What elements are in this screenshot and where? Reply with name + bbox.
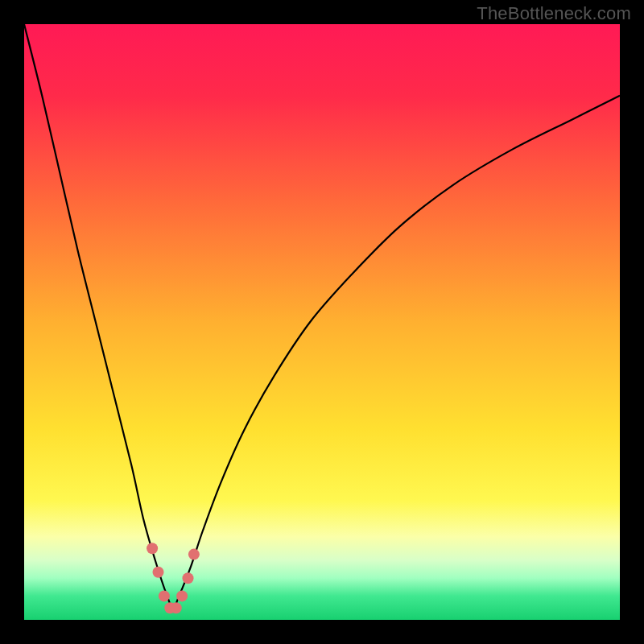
marker-point xyxy=(147,543,158,554)
chart-frame: TheBottleneck.com xyxy=(0,0,644,644)
marker-point xyxy=(176,590,188,601)
marker-point xyxy=(171,602,182,613)
marker-point xyxy=(183,572,194,584)
watermark-text: TheBottleneck.com xyxy=(477,3,631,24)
marker-point xyxy=(153,567,164,578)
near-optimum-markers xyxy=(147,543,200,613)
bottleneck-curve xyxy=(24,24,620,608)
marker-point xyxy=(159,590,170,601)
plot-area xyxy=(24,24,620,620)
curve-layer xyxy=(24,24,620,620)
marker-point xyxy=(188,549,200,560)
